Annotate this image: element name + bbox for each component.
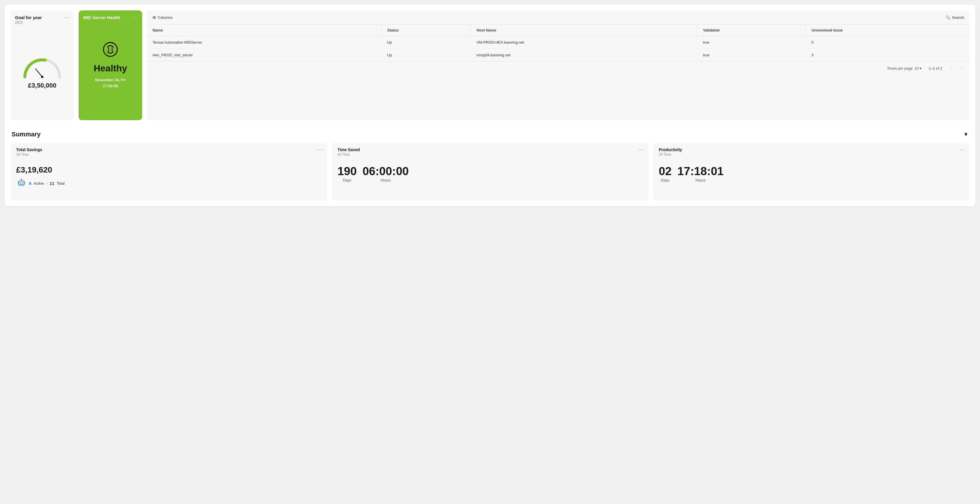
summary-title: Summary — [11, 131, 40, 138]
col-unresolved: Unresolved Issue — [806, 25, 970, 36]
cell-name: Hex_PROD_mid_server — [147, 49, 381, 62]
table-row: Hex_PROD_mid_serverUpvmsp04.karering.net… — [147, 49, 970, 62]
prod-days-label: Days — [661, 178, 670, 182]
time-saved-title: Time Saved — [337, 147, 643, 152]
productivity-subtitle: All Time — [659, 153, 964, 156]
prod-hours-value: 17:18:01 — [678, 165, 724, 177]
active-label: Active — [33, 181, 44, 185]
columns-icon: ⊞ — [153, 15, 156, 20]
gauge-container: £3,50,000 — [15, 25, 69, 116]
top-row: Goal for year 2023 ··· £3,50,000 MID Ser… — [10, 10, 970, 120]
savings-value: £3,19,620 — [16, 165, 321, 175]
health-icon — [102, 41, 118, 61]
total-label: Total — [57, 181, 64, 185]
health-status: Healthy — [94, 63, 127, 74]
health-datetime: November 24, Fri 17:30:59 — [95, 77, 126, 89]
productivity-content: 02 Days 17:18:01 Hours — [659, 165, 964, 182]
divider-slash: / — [46, 181, 48, 185]
cell-status: Up — [381, 36, 471, 49]
productivity-card: Productivity All Time ··· 02 Days 17:18:… — [653, 143, 970, 201]
prod-hours-block: 17:18:01 Hours — [678, 165, 724, 182]
cell-status: Up — [381, 49, 471, 62]
total-savings-card: Total Savings All Time ··· £3,19,620 — [10, 143, 327, 201]
columns-button[interactable]: ⊞ Columns — [153, 15, 172, 20]
cell-host-name: vmsp04.karering.net — [471, 49, 697, 62]
svg-point-1 — [41, 76, 43, 78]
pagination-next-button[interactable]: › — [959, 65, 964, 72]
time-saved-content: 190 Days 06:00:00 Hours — [337, 165, 643, 182]
rows-per-page-select[interactable]: 10 ▾ — [915, 66, 922, 70]
health-card-title: MID Server Health — [83, 15, 120, 20]
total-count: 11 — [49, 181, 54, 186]
cell-validated: true — [697, 49, 806, 62]
rows-per-page: Rows per page 10 ▾ — [887, 66, 922, 70]
col-validated: Validated — [697, 25, 806, 36]
svg-point-8 — [21, 179, 22, 180]
table-body: Tensai Automation MIDServerUpVM-PROD-HEX… — [147, 36, 970, 62]
table-row: Tensai Automation MIDServerUpVM-PROD-HEX… — [147, 36, 970, 49]
summary-section: Summary ▼ Total Savings All Time ··· £3,… — [10, 126, 970, 201]
prod-days-value: 02 — [659, 165, 672, 177]
health-card: MID Server Health ··· Healthy November 2… — [79, 10, 142, 120]
hours-label: Hours — [380, 178, 391, 182]
cell-unresolved-issue: 3 — [806, 49, 970, 62]
svg-line-0 — [35, 69, 42, 77]
total-savings-subtitle: All Time — [16, 153, 321, 156]
gauge-svg — [21, 54, 64, 78]
col-status: Status — [381, 25, 471, 36]
table-header-row: Name Status Host Name Validated Unresolv… — [147, 25, 970, 36]
time-saved-subtitle: All Time — [337, 153, 643, 156]
total-savings-title: Total Savings — [16, 147, 321, 152]
goal-card-subtitle: 2023 — [15, 21, 69, 25]
cell-validated: true — [697, 36, 806, 49]
pagination-prev-button[interactable]: ‹ — [949, 65, 954, 72]
savings-content: £3,19,620 — [16, 165, 321, 188]
total-savings-menu[interactable]: ··· — [317, 147, 323, 153]
robot-row: 9 Active / 11 Total — [16, 178, 321, 188]
productivity-menu[interactable]: ··· — [959, 147, 966, 153]
active-count: 9 — [29, 181, 31, 186]
cell-unresolved-issue: 0 — [806, 36, 970, 49]
data-table: Name Status Host Name Validated Unresolv… — [147, 25, 970, 61]
svg-point-4 — [19, 182, 21, 183]
prod-hours-label: Hours — [695, 178, 706, 182]
days-label: Days — [343, 178, 352, 182]
table-footer: Rows per page 10 ▾ 1–2 of 2 ‹ › — [147, 61, 970, 75]
goal-card-title: Goal for year — [15, 15, 69, 20]
cell-host-name: VM-PROD-HEX.karering.net — [471, 36, 697, 49]
table-card: ··· ⊞ Columns 🔍 Search Name Status Host … — [147, 10, 970, 120]
goal-value: £3,50,000 — [28, 82, 56, 89]
svg-point-5 — [22, 182, 24, 183]
svg-rect-6 — [20, 184, 22, 184]
summary-header: Summary ▼ — [10, 126, 970, 138]
productivity-title: Productivity — [659, 147, 964, 152]
table-toolbar: ⊞ Columns 🔍 Search — [147, 10, 970, 25]
col-hostname: Host Name — [471, 25, 697, 36]
svg-point-2 — [103, 43, 117, 56]
prod-days-block: 02 Days — [659, 165, 672, 182]
time-saved-menu[interactable]: ··· — [638, 147, 644, 153]
filter-icon[interactable]: ▼ — [963, 131, 969, 137]
chevron-down-icon: ▾ — [920, 66, 922, 70]
col-name: Name — [147, 25, 381, 36]
goal-card: Goal for year 2023 ··· £3,50,000 — [10, 10, 74, 120]
summary-cards: Total Savings All Time ··· £3,19,620 — [10, 143, 970, 201]
hours-block: 06:00:00 Hours — [363, 165, 409, 182]
health-card-menu[interactable]: ··· — [132, 14, 138, 21]
days-value: 190 — [337, 165, 357, 177]
hours-value: 06:00:00 — [363, 165, 409, 177]
search-icon: 🔍 — [946, 15, 950, 20]
cell-name: Tensai Automation MIDServer — [147, 36, 381, 49]
pagination-info: 1–2 of 2 — [929, 66, 942, 70]
time-saved-card: Time Saved All Time ··· 190 Days 06:00:0… — [332, 143, 648, 201]
days-block: 190 Days — [337, 165, 357, 182]
table-header: Name Status Host Name Validated Unresolv… — [147, 25, 970, 36]
table-card-menu[interactable]: ··· — [959, 14, 966, 21]
goal-card-menu[interactable]: ··· — [64, 14, 70, 21]
robot-icon — [16, 178, 27, 188]
